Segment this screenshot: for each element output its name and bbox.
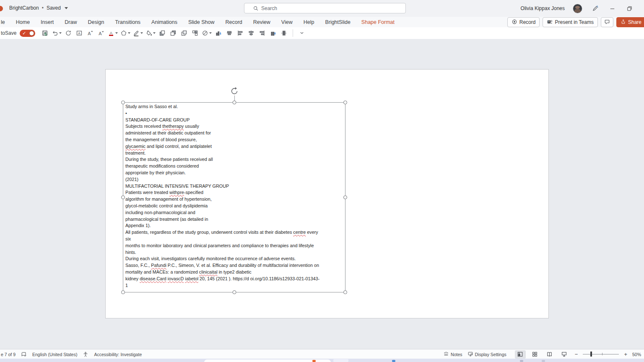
ribbon-collapse-icon[interactable] (297, 28, 306, 38)
autosave-toggle[interactable]: ✓ (20, 30, 35, 37)
no-fill-icon[interactable] (201, 28, 212, 38)
textbox-line[interactable]: Subjects received thetherapy usually (125, 123, 345, 130)
textbox-line[interactable]: STANDARD-OF-CARE GROUP (125, 117, 345, 124)
menu-tab-view[interactable]: View (281, 19, 293, 25)
resize-handle-middle-left[interactable] (121, 196, 125, 199)
textbox-line[interactable]: Sasso, F.C., Pafundi P.C., Simeon, V. et… (125, 262, 345, 269)
misspelled-word[interactable]: disease.Card (140, 276, 166, 281)
menu-tab-draw[interactable]: Draw (65, 19, 77, 25)
spell-check-icon[interactable] (21, 352, 27, 357)
textbox-line[interactable]: hints. (125, 249, 345, 256)
avatar[interactable] (573, 4, 582, 13)
undo-icon[interactable] (51, 28, 62, 38)
resize-handle-top-left[interactable] (121, 101, 125, 104)
font-color-icon[interactable]: A (107, 28, 118, 38)
misspelled-word[interactable]: iovascD (168, 276, 184, 281)
increase-font-icon[interactable]: A (86, 28, 95, 38)
textbox-line[interactable]: mortality and MACEs: a randomized clinic… (125, 269, 345, 276)
slide-number-indicator[interactable]: e 7 of 9 (1, 352, 16, 357)
display-settings-button[interactable]: Display Settings (467, 351, 506, 358)
misspelled-word[interactable]: withpre (169, 190, 184, 195)
decrease-font-icon[interactable]: A (96, 28, 106, 38)
textbox-line[interactable]: During the study, these patients receive… (125, 156, 345, 163)
textbox-line[interactable]: algorithm for management of hypertension… (125, 196, 345, 203)
misspelled-word[interactable]: centre (293, 230, 306, 235)
menu-tab-transitions[interactable]: Transitions (115, 19, 140, 25)
textbox-line[interactable]: kidney disease.Card iovascD iabetol 20, … (125, 276, 345, 282)
textbox-line[interactable]: glycaemic and lipid control, and antipla… (125, 143, 345, 150)
resize-handle-bottom-left[interactable] (121, 290, 125, 294)
shape-outline-icon[interactable] (120, 28, 131, 38)
menu-tab-record[interactable]: Record (226, 19, 242, 25)
selected-text-box[interactable]: Study arms in Sasso et al.•STANDARD-OF-C… (123, 102, 345, 292)
accessibility-status[interactable]: Accessibility: Investigate (94, 352, 142, 357)
search-input[interactable]: Search (244, 3, 406, 13)
menu-tab-help[interactable]: Help (304, 19, 314, 25)
align-right-icon[interactable] (257, 28, 267, 38)
windows-taskbar[interactable] (0, 359, 644, 362)
bring-forward-icon[interactable] (158, 28, 167, 38)
taskbar-app-icon[interactable] (542, 360, 545, 362)
menu-tab-brightslide[interactable]: BrightSlide (325, 19, 350, 25)
record-button[interactable]: Record (507, 17, 540, 27)
language-indicator[interactable]: English (United States) (32, 352, 77, 357)
minimize-button[interactable] (608, 4, 617, 13)
slide-sorter-view-button[interactable] (530, 350, 540, 359)
textbox-line[interactable]: the management of blood pressure, (125, 137, 345, 143)
misspelled-word[interactable]: thetherapy (162, 124, 184, 129)
restore-button[interactable] (625, 4, 634, 13)
misspelled-word[interactable]: glycaemic (125, 144, 145, 149)
zoom-slider[interactable] (583, 354, 619, 354)
taskbar-active-app[interactable] (333, 359, 348, 362)
align-center-icon[interactable] (247, 28, 256, 38)
textbox-line[interactable]: six (125, 236, 345, 243)
menu-tab-animations[interactable]: Animations (151, 19, 177, 25)
menu-tab-slide-show[interactable]: Slide Show (188, 19, 215, 25)
menu-tab-le[interactable]: le (1, 19, 5, 25)
share-button[interactable]: Share (616, 17, 644, 27)
textbox-line[interactable]: months to monitor laboratory and clinica… (125, 243, 345, 249)
comments-button[interactable] (601, 17, 613, 27)
distribute-horizontal-icon[interactable] (279, 28, 288, 38)
textbox-line[interactable]: treatment. (125, 150, 345, 157)
align-middle-icon[interactable] (225, 28, 234, 38)
save-icon[interactable] (40, 28, 49, 38)
taskbar-search-pill[interactable] (204, 359, 331, 362)
textbox-line[interactable]: (2021) (125, 176, 345, 183)
zoom-in-button[interactable]: + (624, 351, 627, 357)
send-backward-icon[interactable] (169, 28, 178, 38)
textbox-line[interactable]: pharmacological treatment (as detailed i… (125, 216, 345, 223)
bring-to-front-icon[interactable] (179, 28, 189, 38)
slideshow-view-button[interactable] (559, 350, 570, 359)
zoom-slider-knob[interactable] (590, 352, 592, 357)
misspelled-word[interactable]: Pafundi (151, 263, 166, 268)
misspelled-word[interactable]: clinicaital (199, 269, 218, 274)
textbox-line[interactable]: glycol-metabolic control and dyslipidemi… (125, 203, 345, 209)
textbox-line[interactable]: therapeutic modifications considered (125, 163, 345, 170)
taskbar-app-icon[interactable] (520, 360, 523, 362)
pen-mode-icon[interactable] (590, 4, 600, 13)
textbox-line[interactable]: Appendix 1). (125, 222, 345, 229)
textbox-icon[interactable]: A (75, 28, 84, 38)
menu-tab-home[interactable]: Home (16, 19, 30, 25)
zoom-out-button[interactable]: − (575, 351, 578, 357)
textbox-line[interactable]: 1 (125, 282, 345, 289)
textbox-line[interactable]: Patients were treated withpre-specified (125, 189, 345, 196)
group-objects-icon[interactable] (190, 28, 200, 38)
user-name[interactable]: Olivia Kippax Jones (521, 5, 565, 11)
align-bottom-icon[interactable] (214, 28, 223, 38)
present-in-teams-button[interactable]: T Present in Teams (543, 17, 598, 27)
resize-handle-bottom-center[interactable] (232, 290, 236, 294)
draw-pen-icon[interactable] (132, 28, 143, 38)
taskbar-app-icon[interactable] (392, 360, 395, 362)
textbox-line[interactable]: administered at their diabetic outpatien… (125, 130, 345, 137)
align-top-icon[interactable] (268, 28, 278, 38)
rotate-handle-icon[interactable] (230, 87, 239, 97)
textbox-line[interactable]: All patients, regardless of the study gr… (125, 229, 345, 236)
redo-icon[interactable] (64, 28, 73, 38)
textbox-line[interactable]: MULTIFACTORIAL INTENSIVE THERAPY GROUP (125, 183, 345, 190)
text-box-content[interactable]: Study arms in Sasso et al.•STANDARD-OF-C… (125, 103, 345, 289)
reading-view-button[interactable] (544, 350, 555, 359)
align-left-icon[interactable] (236, 28, 245, 38)
document-title[interactable]: BrightCarbon • Saved (9, 5, 68, 11)
